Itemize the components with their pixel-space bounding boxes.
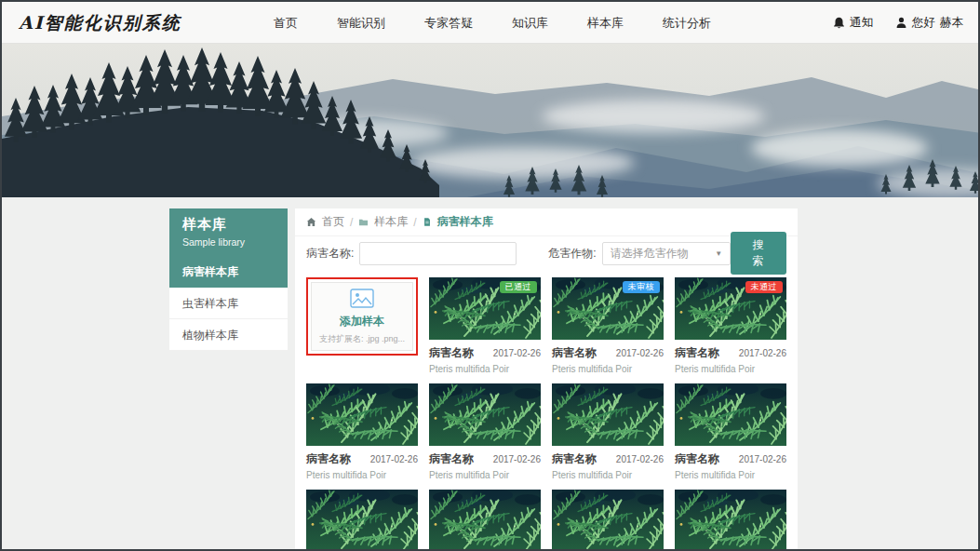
picture-icon	[350, 289, 374, 308]
card-meta: 病害名称 2017-02-26 Pteris multifida Poir	[552, 451, 664, 480]
home-icon	[306, 217, 316, 227]
breadcrumb-home[interactable]: 首页	[322, 214, 344, 230]
sample-thumbnail[interactable]	[552, 490, 664, 551]
app-logo[interactable]: AI智能化识别系统	[19, 11, 181, 35]
add-sample-button[interactable]: 添加样本 支持扩展名: .jpg .png...	[311, 282, 413, 351]
sidebar: 样本库 Sample library 病害样本库 虫害样本库 植物样本库	[169, 208, 288, 351]
sample-thumbnail[interactable]: 已通过	[429, 277, 541, 340]
sample-thumbnail[interactable]	[675, 383, 786, 446]
breadcrumb: 首页 / 样本库 / 病害样本库	[295, 208, 798, 236]
bell-icon	[833, 17, 845, 29]
add-sample-hint: 支持扩展名: .jpg .png...	[319, 333, 405, 345]
sample-card[interactable]: 病害名称 2017-02-26 Pteris multifida Poir	[306, 490, 418, 551]
card-species: Pteris multifida Poir	[306, 470, 418, 480]
card-species: Pteris multifida Poir	[675, 470, 786, 480]
sample-thumbnail[interactable]: 未通过	[675, 277, 786, 340]
sample-card[interactable]: 病害名称 2017-02-26 Pteris multifida Poir	[429, 490, 541, 551]
sidebar-subtitle: Sample library	[182, 236, 275, 248]
crop-select[interactable]: 请选择危害作物 ▼	[602, 242, 731, 265]
card-title: 病害名称	[429, 345, 474, 361]
card-date: 2017-02-26	[370, 454, 418, 464]
sidebar-item-disease-samples[interactable]: 病害样本库	[169, 256, 288, 288]
sample-thumbnail[interactable]	[429, 383, 541, 446]
nav-item-recognition[interactable]: 智能识别	[337, 15, 385, 32]
user-menu[interactable]: 您好 赫本	[895, 15, 963, 31]
sample-card[interactable]: 未审核 病害名称 2017-02-26 Pteris multifida Poi…	[552, 277, 664, 374]
hero-banner	[2, 44, 980, 197]
sample-thumbnail[interactable]: 未审核	[552, 277, 664, 340]
sample-card[interactable]: 病害名称 2017-02-26 Pteris multifida Poir	[429, 383, 541, 480]
breadcrumb-separator: /	[350, 216, 353, 229]
fern-photo	[306, 490, 418, 551]
card-species: Pteris multifida Poir	[429, 364, 541, 374]
breadcrumb-library[interactable]: 样本库	[374, 214, 408, 230]
card-date: 2017-02-26	[616, 454, 664, 464]
status-badge: 未通过	[745, 281, 784, 293]
sample-card[interactable]: 病害名称 2017-02-26 Pteris multifida Poir	[306, 383, 418, 480]
disease-name-label: 病害名称:	[306, 246, 354, 262]
card-date: 2017-02-26	[739, 454, 786, 464]
breadcrumb-separator: /	[413, 216, 416, 229]
sample-grid: 添加样本 支持扩展名: .jpg .png... 已通过 病害名称 2017-0…	[295, 270, 798, 551]
navbar-right: 通知 您好 赫本	[833, 2, 963, 44]
notifications-label: 通知	[850, 15, 873, 31]
add-sample-label: 添加样本	[340, 314, 384, 329]
card-species: Pteris multifida Poir	[675, 364, 786, 374]
sidebar-item-pest-samples[interactable]: 虫害样本库	[169, 288, 288, 319]
disease-name-input[interactable]	[359, 242, 517, 265]
greeting-label: 您好	[912, 15, 935, 31]
nav-item-statistics[interactable]: 统计分析	[663, 15, 711, 32]
sample-thumbnail[interactable]	[306, 490, 418, 551]
card-date: 2017-02-26	[493, 454, 541, 464]
nav-item-expert-qa[interactable]: 专家答疑	[424, 15, 473, 32]
card-meta: 病害名称 2017-02-26 Pteris multifida Poir	[429, 451, 541, 480]
nav-item-knowledge[interactable]: 知识库	[512, 15, 548, 32]
mountain-forest-image	[2, 44, 980, 197]
card-species: Pteris multifida Poir	[429, 470, 541, 480]
card-meta: 病害名称 2017-02-26 Pteris multifida Poir	[675, 451, 786, 480]
sample-thumbnail[interactable]	[675, 490, 786, 551]
card-meta: 病害名称 2017-02-26 Pteris multifida Poir	[429, 345, 541, 374]
card-title: 病害名称	[675, 451, 719, 467]
fern-photo	[306, 383, 418, 446]
sample-card[interactable]: 未通过 病害名称 2017-02-26 Pteris multifida Poi…	[675, 277, 786, 374]
card-date: 2017-02-26	[493, 348, 541, 358]
sample-card[interactable]: 病害名称 2017-02-26 Pteris multifida Poir	[675, 383, 786, 480]
card-meta: 病害名称 2017-02-26 Pteris multifida Poir	[675, 345, 786, 374]
top-navbar: AI智能化识别系统 首页 智能识别 专家答疑 知识库 样本库 统计分析 通知	[2, 2, 978, 44]
nav-item-home[interactable]: 首页	[274, 15, 298, 32]
card-title: 病害名称	[675, 345, 719, 361]
filter-bar: 病害名称: 危害作物: 请选择危害作物 ▼ 搜索	[295, 236, 798, 270]
fern-photo	[675, 490, 786, 551]
nav-item-samples[interactable]: 样本库	[587, 15, 624, 32]
chevron-down-icon: ▼	[715, 249, 722, 258]
status-badge: 未审核	[623, 281, 661, 293]
username-label: 赫本	[940, 15, 963, 31]
fern-photo	[429, 490, 541, 551]
sample-card[interactable]: 已通过 病害名称 2017-02-26 Pteris multifida Poi…	[429, 277, 541, 374]
crop-select-value: 请选择危害作物	[611, 246, 689, 262]
card-species: Pteris multifida Poir	[552, 364, 664, 374]
sample-thumbnail[interactable]	[306, 383, 418, 446]
content-panel: 首页 / 样本库 / 病害样本库 病害名称: 危害作物: 请选择危害作物 ▼ 搜…	[295, 208, 798, 551]
sample-card[interactable]: 病害名称 2017-02-26 Pteris multifida Poir	[552, 490, 664, 551]
notifications-button[interactable]: 通知	[833, 15, 873, 31]
card-species: Pteris multifida Poir	[552, 470, 664, 480]
sidebar-header: 样本库 Sample library	[169, 208, 288, 256]
status-badge: 已通过	[500, 281, 538, 293]
sample-card[interactable]: 病害名称 2017-02-26 Pteris multifida Poir	[552, 383, 664, 480]
breadcrumb-current: 病害样本库	[437, 214, 493, 230]
person-icon	[895, 17, 907, 29]
fern-photo	[552, 490, 664, 551]
sample-thumbnail[interactable]	[429, 490, 541, 551]
fern-photo	[552, 383, 664, 446]
card-meta: 病害名称 2017-02-26 Pteris multifida Poir	[306, 451, 418, 480]
search-button[interactable]: 搜索	[731, 232, 786, 275]
card-title: 病害名称	[306, 451, 351, 467]
card-date: 2017-02-26	[616, 348, 664, 358]
sidebar-item-plant-samples[interactable]: 植物样本库	[169, 319, 288, 351]
sample-thumbnail[interactable]	[552, 383, 664, 446]
sample-card[interactable]: 病害名称 2017-02-26 Pteris multifida Poir	[675, 490, 786, 551]
folder-icon	[358, 217, 369, 227]
card-title: 病害名称	[552, 345, 597, 361]
